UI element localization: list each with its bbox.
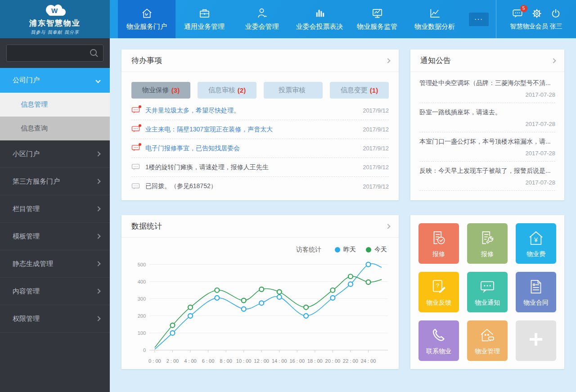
- tab-vote-review[interactable]: 投票审核: [264, 82, 323, 99]
- todo-item[interactable]: 已回拨。（参见618752） 2017/9/12: [131, 177, 389, 196]
- feedback-icon: ?: [429, 277, 448, 296]
- tile-property-fee[interactable]: ¥ 物业费: [516, 223, 556, 264]
- property-fee-icon: ¥: [526, 229, 545, 248]
- legend-dot-today: [366, 247, 371, 252]
- nav-item-service-supervision[interactable]: 物业服务监管: [348, 0, 406, 38]
- tile-contact[interactable]: 联系物业: [418, 320, 459, 361]
- sidebar-item-community-portal[interactable]: 小区门户: [0, 140, 110, 168]
- legend-item-yesterday[interactable]: 昨天: [335, 246, 356, 254]
- sidebar-item-template-management[interactable]: 模板管理: [0, 223, 110, 250]
- todo-panel-title: 待办事项: [131, 55, 162, 66]
- svg-text:200: 200: [138, 313, 146, 319]
- chevron-down-icon: [95, 78, 100, 83]
- todo-item[interactable]: 电子门报修事宜，已告知找居委会 2017/9/12: [131, 139, 389, 158]
- repair-wrench-icon: [478, 229, 497, 248]
- sidebar-item-content-management[interactable]: 内容管理: [0, 278, 110, 305]
- contract-icon: [526, 277, 545, 296]
- svg-text:18 : 00: 18 : 00: [307, 358, 323, 364]
- chevron-right-icon: [95, 206, 100, 211]
- svg-text:16 : 00: 16 : 00: [289, 358, 305, 364]
- tile-repair-check[interactable]: 报修: [418, 223, 459, 264]
- plus-icon: [526, 330, 545, 349]
- legend-item-today[interactable]: 今天: [366, 246, 387, 254]
- message-bubble-icon: [131, 163, 140, 171]
- chevron-right-icon: [95, 179, 100, 184]
- sidebar-item-permission-management[interactable]: 权限管理: [0, 305, 110, 333]
- notice-item[interactable]: 卧室一路线插座坏，请速去。 2017-07-28: [419, 103, 555, 132]
- tab-property-warranty[interactable]: 物业保修(3): [131, 82, 190, 99]
- tile-add[interactable]: [516, 320, 556, 361]
- sidebar-item-company-portal[interactable]: 公司门户: [0, 68, 110, 93]
- svg-text:6 : 00: 6 : 00: [202, 358, 215, 364]
- gear-icon: [531, 8, 542, 19]
- user-label[interactable]: 智慧物业会员 张三: [510, 23, 562, 31]
- analysis-icon: [429, 7, 441, 19]
- sidebar-item-column-management[interactable]: 栏目管理: [0, 195, 110, 223]
- tile-repair-wrench[interactable]: 报修: [467, 223, 508, 264]
- nav-item-general-business[interactable]: 通用业务管理: [176, 0, 233, 38]
- svg-text:14 : 00: 14 : 00: [272, 358, 287, 364]
- tile-notice[interactable]: 物业通知: [467, 272, 508, 312]
- notice-item[interactable]: 本室门口一盏公灯坏，本号顶楼水箱漏水，请... 2017-07-28: [419, 132, 555, 162]
- notice-item[interactable]: 管理处中央空调坏（品牌：三菱海尔型号不清... 2017-07-28: [419, 74, 555, 103]
- nav-item-committee-voting[interactable]: 业委会投票表决: [291, 0, 348, 38]
- svg-text:24 : 00: 24 : 00: [361, 358, 376, 364]
- svg-text:W: W: [51, 7, 58, 14]
- message-bubble-icon: [131, 183, 140, 190]
- todo-item[interactable]: 业主来电：隔壁1307室现正在装修，声音太大 2017/9/12: [131, 120, 389, 139]
- user-area: 5: [496, 0, 576, 38]
- message-badge: 5: [520, 5, 527, 12]
- stats-more-chevron-icon[interactable]: [385, 224, 390, 229]
- notice-more-chevron-icon[interactable]: [551, 58, 556, 63]
- todo-item[interactable]: 天井里垃圾太多，希望尽快处理。 2017/9/12: [131, 101, 389, 120]
- sidebar: W 浦东智慧物业 我参与 我奉献 我分享 公司门户 信息管理 信息查询 小区门户…: [0, 0, 110, 392]
- statistics-panel: 数据统计 访客统计 昨天 今天 01002003004005000 : 002 …: [122, 215, 399, 369]
- logout-button[interactable]: [550, 8, 561, 19]
- notice-panel-title: 通知公告: [420, 55, 451, 66]
- todo-item[interactable]: 1楼的旋转门瘫痪，请速处理，报修人王先生 2017/9/12: [131, 158, 389, 177]
- tile-management[interactable]: 物业管理: [467, 320, 508, 361]
- logo: W 浦东智慧物业 我参与 我奉献 我分享: [0, 0, 110, 38]
- nav-more-button[interactable]: ...: [469, 13, 489, 26]
- message-bubble-icon: [131, 126, 140, 133]
- briefcase-icon: [198, 7, 211, 19]
- notice-item[interactable]: 反映：今天早上发现车子被敲了，报警后说是... 2017-07-28: [419, 162, 555, 191]
- svg-text:500: 500: [138, 262, 146, 267]
- unread-dot: [139, 143, 141, 146]
- svg-text:0: 0: [143, 347, 146, 353]
- sidebar-item-static-generation[interactable]: 静态生成管理: [0, 250, 110, 278]
- messages-button[interactable]: 5: [512, 8, 523, 19]
- svg-text:12 : 00: 12 : 00: [254, 358, 269, 364]
- power-icon: [550, 8, 561, 19]
- unread-dot: [139, 105, 141, 108]
- tile-feedback[interactable]: ? 物业反馈: [418, 272, 459, 312]
- tile-contract[interactable]: 物业合同: [516, 272, 556, 312]
- chevron-right-icon: [95, 288, 100, 293]
- top-navigation: 物业服务门户 通用业务管理 业委会管理 业委会投票表决 物业服务监管: [110, 0, 576, 38]
- visitor-line-chart: 01002003004005000 : 002 : 004 : 006 : 00…: [130, 255, 394, 367]
- nav-item-property-service-portal[interactable]: 物业服务门户: [118, 0, 176, 38]
- svg-text:2 : 00: 2 : 00: [166, 358, 179, 364]
- chevron-right-icon: [95, 261, 100, 266]
- nav-item-committee-management[interactable]: 业委会管理: [233, 0, 291, 38]
- home-service-icon: [141, 7, 153, 19]
- apps-panel: 报修 报修 ¥ 物业费 ? 物业反馈: [410, 215, 564, 369]
- stats-panel-title: 数据统计: [131, 221, 162, 231]
- phone-icon: [429, 326, 448, 345]
- svg-text:¥: ¥: [534, 236, 538, 243]
- sidebar-item-thirdparty-portal[interactable]: 第三方服务门户: [0, 168, 110, 195]
- nav-item-data-analysis[interactable]: 物业数据分析: [406, 0, 464, 38]
- sidebar-item-info-query[interactable]: 信息查询: [0, 117, 110, 140]
- settings-button[interactable]: [531, 8, 542, 19]
- sidebar-item-info-management[interactable]: 信息管理: [0, 93, 110, 117]
- tab-info-change[interactable]: 信息变更(1): [330, 82, 389, 99]
- svg-text:10 : 00: 10 : 00: [236, 358, 252, 364]
- chart-legend: 访客统计 昨天 今天: [122, 238, 399, 254]
- todo-more-chevron-icon[interactable]: [385, 58, 390, 63]
- search-icon[interactable]: [89, 48, 99, 58]
- svg-text:?: ?: [436, 282, 439, 289]
- monitor-icon: [371, 7, 383, 19]
- notice-bubble-icon: [478, 277, 497, 296]
- tab-info-review[interactable]: 信息审核(2): [198, 82, 256, 99]
- message-bubble-icon: [131, 144, 140, 152]
